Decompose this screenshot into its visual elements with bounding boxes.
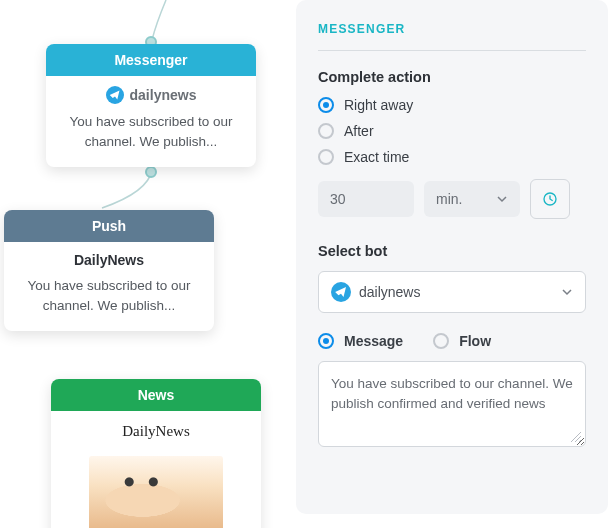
radio-after[interactable]: After — [318, 123, 586, 139]
node-push-title: DailyNews — [74, 252, 144, 268]
node-body: You have subscribed to our channel. We p… — [46, 106, 256, 167]
delay-unit-text: min. — [436, 191, 462, 207]
radio-icon — [318, 149, 334, 165]
clock-icon — [541, 190, 559, 208]
radio-right-away[interactable]: Right away — [318, 97, 586, 113]
chevron-down-icon — [496, 193, 508, 205]
news-body: DailyNews — [51, 411, 261, 528]
message-textarea[interactable]: You have subscribed to our channel. We p… — [318, 361, 586, 447]
radio-icon — [318, 123, 334, 139]
radio-flow[interactable]: Flow — [433, 333, 491, 349]
radio-icon — [318, 333, 334, 349]
node-body: You have subscribed to our channel. We p… — [4, 270, 214, 331]
telegram-icon — [106, 86, 124, 104]
node-header: News — [51, 379, 261, 411]
chevron-down-icon — [561, 286, 573, 298]
node-subtitle: dailynews — [46, 76, 256, 106]
select-bot-label: Select bot — [318, 243, 586, 259]
radio-message[interactable]: Message — [318, 333, 403, 349]
news-title: DailyNews — [75, 423, 237, 440]
message-text: You have subscribed to our channel. We p… — [331, 376, 573, 411]
radio-label: After — [344, 123, 374, 139]
radio-exact-time[interactable]: Exact time — [318, 149, 586, 165]
node-card-push[interactable]: Push DailyNews You have subscribed to ou… — [4, 210, 214, 331]
node-subtitle: DailyNews — [4, 242, 214, 270]
node-bot-name: dailynews — [130, 87, 197, 103]
news-image — [89, 456, 223, 528]
resize-grip-icon — [571, 432, 581, 442]
bot-select[interactable]: dailynews — [318, 271, 586, 313]
bot-select-value: dailynews — [359, 284, 420, 300]
time-row: 30 min. — [318, 179, 586, 219]
complete-action-label: Complete action — [318, 69, 586, 85]
panel-title: MESSENGER — [318, 22, 586, 51]
delay-unit-select[interactable]: min. — [424, 181, 520, 217]
node-card-news[interactable]: News DailyNews — [51, 379, 261, 528]
radio-label: Right away — [344, 97, 413, 113]
radio-label: Message — [344, 333, 403, 349]
telegram-icon — [331, 282, 351, 302]
node-header: Push — [4, 210, 214, 242]
message-type-row: Message Flow — [318, 333, 586, 349]
node-card-messenger[interactable]: Messenger dailynews You have subscribed … — [46, 44, 256, 167]
delay-value-text: 30 — [330, 191, 346, 207]
radio-icon — [318, 97, 334, 113]
node-header: Messenger — [46, 44, 256, 76]
node-dot-push — [145, 166, 157, 178]
delay-value-input[interactable]: 30 — [318, 181, 414, 217]
radio-icon — [433, 333, 449, 349]
news-image-wrap — [83, 450, 229, 528]
settings-panel: MESSENGER Complete action Right away Aft… — [296, 0, 608, 514]
radio-label: Exact time — [344, 149, 409, 165]
clock-button[interactable] — [530, 179, 570, 219]
radio-label: Flow — [459, 333, 491, 349]
